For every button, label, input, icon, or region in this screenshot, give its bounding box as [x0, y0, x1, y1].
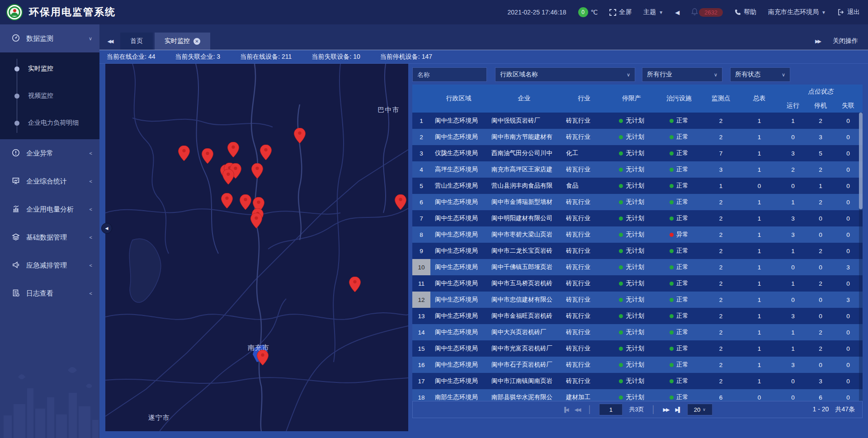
tab-item-0[interactable]: 首页 [120, 33, 153, 50]
table-row[interactable]: 14阆中生态环境局阆中大兴页岩机砖厂砖瓦行业无计划正常21120 [412, 324, 863, 340]
cell-monitor: 1 [702, 178, 740, 194]
map-pin-icon[interactable] [250, 213, 262, 228]
status-dot-icon [619, 265, 623, 269]
name-search-field[interactable] [412, 67, 487, 82]
cell-company: 阆中市枣碧大梁山页岩 [487, 226, 561, 243]
row-index: 6 [412, 194, 430, 210]
table-row[interactable]: 6阆中生态环境局阆中市金博瑞新型墙材砖瓦行业无计划正常21120 [412, 194, 863, 210]
map-pin-icon[interactable] [178, 146, 190, 161]
map-pin-icon[interactable] [222, 169, 234, 184]
map-pin-icon[interactable] [240, 194, 251, 210]
cell-lost: 0 [834, 226, 863, 243]
gauge-icon [12, 34, 20, 43]
sidebar-item-1[interactable]: 企业异常< [0, 139, 99, 167]
map-panel[interactable]: 巴中市南充市遂宁市 ◀ [105, 64, 408, 431]
prev-page-icon[interactable]: ◀◀ [574, 407, 580, 413]
total-count-label: 共47条 [835, 405, 855, 414]
status-dot-icon [670, 363, 674, 367]
table-row[interactable]: 18南部生态环境局南部县骐华水泥有限公建材加工无计划正常60060 [412, 389, 863, 401]
sidebar-subitem-2[interactable]: 企业电力负荷明细 [0, 109, 99, 137]
map-pin-icon[interactable] [349, 277, 361, 292]
org-dropdown[interactable]: 南充市生态环境局 ▼ [768, 8, 826, 16]
table-row[interactable]: 5营山生态环境局营山县润丰肉食品有限食品无计划正常10010 [412, 178, 863, 194]
theme-dropdown[interactable]: 主题 ▼ [643, 8, 663, 16]
table-row[interactable]: 12阆中生态环境局阆中市忠信建材有限公砖瓦行业无计划正常21003 [412, 292, 863, 308]
cell-halt: 1 [807, 178, 834, 194]
cell-industry: 砖瓦行业 [561, 324, 607, 340]
map-pin-icon[interactable] [251, 163, 263, 179]
next-page-icon[interactable]: ▶▶ [663, 407, 669, 413]
table-scrollbar[interactable] [859, 113, 863, 401]
sidebar-item-3[interactable]: 企业用电量分析< [0, 195, 99, 223]
table-row[interactable]: 10阆中生态环境局阆中千佛镇五郎垭页岩砖瓦行业无计划正常21003 [412, 259, 863, 275]
table-row[interactable]: 13阆中生态环境局阆中市金福旺页岩机砖砖瓦行业无计划正常21300 [412, 308, 863, 324]
logout-button[interactable]: 退出 [838, 8, 860, 16]
cell-meter: 1 [740, 373, 778, 389]
cell-facility-status: 正常 [656, 357, 702, 373]
status-dot-icon [670, 233, 674, 237]
table-row[interactable]: 8阆中生态环境局阆中市枣碧大梁山页岩砖瓦行业无计划异常21300 [412, 226, 863, 243]
tab-close-icon[interactable]: ✕ [193, 38, 200, 45]
help-button[interactable]: 帮助 [735, 8, 756, 16]
map-pin-icon[interactable] [395, 194, 406, 210]
close-operations-button[interactable]: 关闭操作 [833, 37, 858, 45]
sidebar-item-2[interactable]: 企业综合统计< [0, 167, 99, 195]
first-page-icon[interactable]: ▐◀ [562, 407, 568, 413]
page-number-input[interactable] [599, 404, 623, 415]
table-row[interactable]: 9阆中生态环境局阆中市二龙长宝页岩砖砖瓦行业无计划正常21120 [412, 243, 863, 259]
sidebar-item-5[interactable]: 应急减排管理< [0, 251, 99, 279]
cell-run: 0 [778, 178, 807, 194]
cell-halt: 2 [807, 194, 834, 210]
last-page-icon[interactable]: ▶▌ [675, 407, 681, 413]
table-row[interactable]: 11阆中生态环境局阆中市五马桥页岩机砖砖瓦行业无计划正常21120 [412, 275, 863, 292]
map-collapse-handle[interactable]: ◀ [101, 223, 112, 234]
sidebar-item-6[interactable]: 日志查看< [0, 279, 99, 307]
tabs-scroll-left-icon[interactable]: ◀◀ [99, 33, 120, 50]
chevron-left-icon: < [90, 291, 92, 296]
region-select[interactable]: 行政区域名称 ∨ [495, 67, 635, 82]
map-pin-icon[interactable] [294, 128, 306, 143]
cell-facility-status: 正常 [656, 194, 702, 210]
table-row[interactable]: 7阆中生态环境局阆中明阳建材有限公司砖瓦行业无计划正常21300 [412, 210, 863, 226]
map-pin-icon[interactable] [221, 193, 233, 208]
table-row[interactable]: 15阆中生态环境局阆中市光富页岩机砖厂砖瓦行业无计划正常21120 [412, 340, 863, 357]
table-row[interactable]: 1阆中生态环境局阆中强锐页岩砖厂砖瓦行业无计划正常21120 [412, 113, 863, 129]
cell-run: 0 [778, 373, 807, 389]
fullscreen-button[interactable]: 全屏 [609, 8, 632, 16]
name-search-input[interactable] [417, 71, 482, 78]
status-select[interactable]: 所有状态 ∨ [730, 67, 790, 82]
map-pin-icon[interactable] [260, 145, 272, 160]
table-row[interactable]: 2阆中生态环境局阆中市南方节能建材有砖瓦行业无计划正常21030 [412, 129, 863, 145]
sidebar-item-4[interactable]: 基础数据管理< [0, 223, 99, 251]
cell-run: 3 [778, 210, 807, 226]
table-row[interactable]: 16阆中生态环境局阆中市石子页岩机砖厂砖瓦行业无计划正常21300 [412, 357, 863, 373]
map-pin-icon[interactable] [227, 142, 239, 157]
col-industry: 行业 [561, 85, 607, 113]
status-label: 无计划 [626, 214, 644, 222]
map-pin-icon[interactable] [202, 148, 213, 164]
scrollbar-thumb[interactable] [859, 113, 863, 209]
tab-active-1[interactable]: 实时监控✕ [155, 33, 210, 50]
sidebar-item-label: 企业异常 [26, 149, 53, 158]
industry-select[interactable]: 所有行业 ∨ [642, 67, 722, 82]
sidebar-item-0[interactable]: 数据监测∨ [0, 24, 99, 52]
cell-meter: 1 [740, 226, 778, 243]
table-row[interactable]: 4高坪生态环境局南充市高坪区王家店建砖瓦行业无计划正常31220 [412, 161, 863, 178]
status-label: 正常 [676, 296, 689, 304]
sound-button[interactable]: ◀ [675, 9, 679, 16]
cell-company: 阆中市五马桥页岩机砖 [487, 275, 561, 292]
tabs-scroll-right-icon[interactable]: ▶▶ [815, 33, 820, 50]
table-row[interactable]: 3仪陇生态环境局西南油气田分公司川中化工无计划正常71350 [412, 145, 863, 161]
cell-monitor: 2 [702, 129, 740, 145]
map-pin-icon[interactable] [257, 350, 269, 365]
cell-run: 3 [778, 357, 807, 373]
datetime: 2021-02-25 17:46:18 [508, 9, 566, 16]
sidebar-item-label: 应急减排管理 [26, 261, 67, 270]
table-row[interactable]: 17阆中生态环境局阆中市江南镇阆南页岩砖瓦行业无计划正常21030 [412, 373, 863, 389]
cell-halt: 6 [807, 389, 834, 401]
page-size-select[interactable]: 20 ∨ [687, 404, 712, 415]
sidebar-subitem-0[interactable]: 实时监控 [0, 55, 99, 82]
sidebar-subitem-1[interactable]: 视频监控 [0, 82, 99, 109]
status-dot-icon [619, 217, 623, 221]
notifications[interactable]: 2632 [691, 8, 723, 17]
